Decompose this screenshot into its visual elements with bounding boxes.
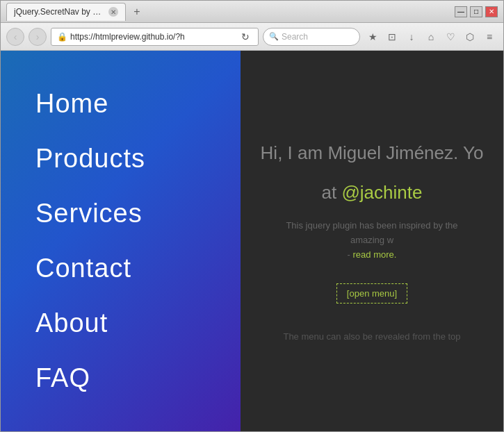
pocket-button[interactable]: ⬡ (462, 28, 478, 45)
window-controls: — □ ✕ (455, 6, 498, 17)
url-bar[interactable]: 🔒 https://htmlpreview.github.io/?h ↻ (51, 28, 259, 46)
title-bar-left: jQuery.SecretNav by Miguel Ji... ✕ + (6, 3, 455, 21)
lock-icon: 🔒 (57, 32, 67, 42)
home-button[interactable]: ⌂ (423, 28, 439, 45)
search-icon: 🔍 (269, 32, 279, 41)
nav-icons: ★ ⊡ ↓ ⌂ ♡ ⬡ ≡ (364, 28, 498, 45)
minimize-button[interactable]: — (455, 6, 467, 17)
refresh-button[interactable]: ↻ (238, 30, 252, 44)
forward-button[interactable]: › (29, 28, 47, 46)
star-button[interactable]: ★ (364, 28, 381, 45)
back-button[interactable]: ‹ (6, 28, 24, 46)
read-more-link[interactable]: read more. (353, 249, 397, 260)
dash-before-read-more: - (348, 249, 353, 260)
footer-text: The menu can also be revealed from the t… (283, 331, 460, 342)
sidebar-nav: Home Products Services Contact About FAQ (1, 51, 241, 431)
page-content: Home Products Services Contact About FAQ… (1, 51, 503, 431)
hero-line1: Hi, I am Miguel Jiménez. Yo (261, 142, 484, 163)
download-button[interactable]: ↓ (403, 28, 420, 45)
menu-button[interactable]: ≡ (481, 28, 498, 45)
nav-item-contact[interactable]: Contact (1, 241, 241, 296)
description-text: This jquery plugin has been inspired by … (268, 219, 475, 262)
nav-item-faq[interactable]: FAQ (1, 351, 241, 406)
browser-window: jQuery.SecretNav by Miguel Ji... ✕ + — □… (0, 0, 504, 432)
new-tab-button[interactable]: + (129, 3, 145, 20)
nav-item-about[interactable]: About (1, 296, 241, 351)
tab-title: jQuery.SecretNav by Miguel Ji... (14, 7, 104, 17)
maximize-button[interactable]: □ (470, 6, 482, 17)
url-text: https://htmlpreview.github.io/?h (70, 32, 236, 42)
hero-text: Hi, I am Miguel Jiménez. Yo (261, 140, 484, 165)
browser-tab[interactable]: jQuery.SecretNav by Miguel Ji... ✕ (6, 3, 126, 21)
hero-text-2: at @jachinte (322, 180, 423, 205)
close-button[interactable]: ✕ (485, 6, 498, 17)
clipboard-button[interactable]: ⊡ (384, 28, 400, 45)
search-bar[interactable]: 🔍 Search (263, 28, 360, 46)
title-bar: jQuery.SecretNav by Miguel Ji... ✕ + — □… (1, 1, 503, 23)
nav-bar: ‹ › 🔒 https://htmlpreview.github.io/?h ↻… (1, 23, 503, 51)
heart-button[interactable]: ♡ (442, 28, 459, 45)
main-content: Hi, I am Miguel Jiménez. Yo at @jachinte… (241, 51, 503, 431)
nav-item-services[interactable]: Services (1, 186, 241, 241)
hero-username: @jachinte (341, 182, 422, 203)
nav-item-home[interactable]: Home (1, 76, 241, 131)
open-menu-button[interactable]: [open menu] (336, 283, 407, 304)
hero-prefix: at (322, 182, 342, 203)
description-line: This jquery plugin has been inspired by … (286, 220, 457, 245)
nav-item-products[interactable]: Products (1, 131, 241, 186)
tab-close-button[interactable]: ✕ (108, 7, 118, 17)
search-placeholder-text: Search (282, 32, 308, 42)
